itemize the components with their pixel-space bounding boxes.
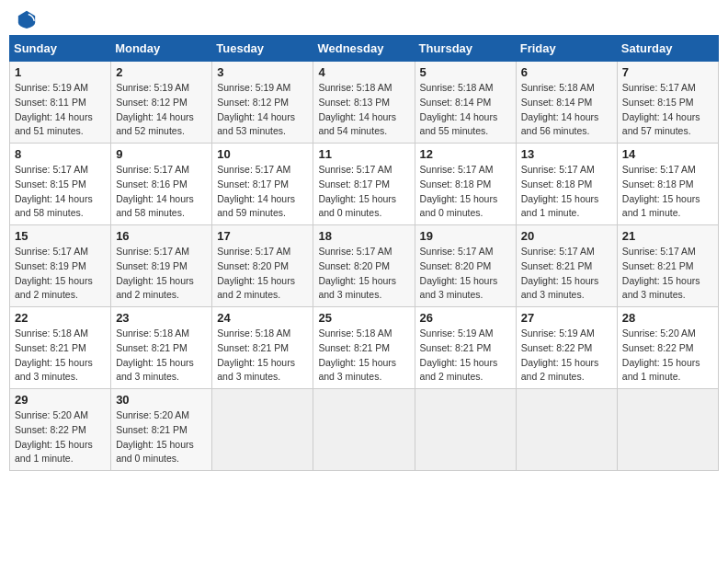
day-number: 27 xyxy=(521,311,612,325)
day-info: Sunrise: 5:18 AMSunset: 8:13 PMDaylight:… xyxy=(318,81,409,139)
calendar-cell: 25Sunrise: 5:18 AMSunset: 8:21 PMDayligh… xyxy=(313,307,415,389)
calendar-cell: 30Sunrise: 5:20 AMSunset: 8:21 PMDayligh… xyxy=(111,389,212,471)
weekday-header-friday: Friday xyxy=(516,36,617,62)
day-info: Sunrise: 5:18 AMSunset: 8:21 PMDaylight:… xyxy=(15,327,106,385)
day-info: Sunrise: 5:18 AMSunset: 8:14 PMDaylight:… xyxy=(420,81,511,139)
day-number: 15 xyxy=(15,229,106,243)
weekday-header-tuesday: Tuesday xyxy=(212,36,313,62)
calendar-cell: 10Sunrise: 5:17 AMSunset: 8:17 PMDayligh… xyxy=(212,144,313,225)
calendar-cell: 13Sunrise: 5:17 AMSunset: 8:18 PMDayligh… xyxy=(516,144,617,225)
day-number: 10 xyxy=(217,147,308,161)
weekday-header-thursday: Thursday xyxy=(415,36,516,62)
week-row-5: 29Sunrise: 5:20 AMSunset: 8:22 PMDayligh… xyxy=(10,389,719,471)
calendar-cell: 21Sunrise: 5:17 AMSunset: 8:21 PMDayligh… xyxy=(617,225,718,307)
day-info: Sunrise: 5:20 AMSunset: 8:21 PMDaylight:… xyxy=(116,408,207,466)
day-info: Sunrise: 5:17 AMSunset: 8:20 PMDaylight:… xyxy=(217,245,308,303)
week-row-2: 8Sunrise: 5:17 AMSunset: 8:15 PMDaylight… xyxy=(10,144,719,225)
weekday-header-row: SundayMondayTuesdayWednesdayThursdayFrid… xyxy=(10,36,719,62)
calendar-cell: 16Sunrise: 5:17 AMSunset: 8:19 PMDayligh… xyxy=(111,225,212,307)
calendar-cell: 5Sunrise: 5:18 AMSunset: 8:14 PMDaylight… xyxy=(415,62,516,144)
day-number: 25 xyxy=(318,311,409,325)
day-info: Sunrise: 5:19 AMSunset: 8:21 PMDaylight:… xyxy=(420,327,511,385)
day-number: 9 xyxy=(116,147,207,161)
calendar-cell: 2Sunrise: 5:19 AMSunset: 8:12 PMDaylight… xyxy=(111,62,212,144)
weekday-header-saturday: Saturday xyxy=(617,36,718,62)
day-info: Sunrise: 5:17 AMSunset: 8:15 PMDaylight:… xyxy=(15,163,106,221)
day-info: Sunrise: 5:17 AMSunset: 8:20 PMDaylight:… xyxy=(318,245,409,303)
day-number: 12 xyxy=(420,147,511,161)
day-info: Sunrise: 5:17 AMSunset: 8:19 PMDaylight:… xyxy=(116,245,207,303)
day-info: Sunrise: 5:17 AMSunset: 8:18 PMDaylight:… xyxy=(521,163,612,221)
calendar-cell xyxy=(212,389,313,471)
calendar-cell: 23Sunrise: 5:18 AMSunset: 8:21 PMDayligh… xyxy=(111,307,212,389)
day-number: 19 xyxy=(420,229,511,243)
calendar-cell: 1Sunrise: 5:19 AMSunset: 8:11 PMDaylight… xyxy=(10,62,111,144)
day-info: Sunrise: 5:18 AMSunset: 8:21 PMDaylight:… xyxy=(318,327,409,385)
calendar-cell: 22Sunrise: 5:18 AMSunset: 8:21 PMDayligh… xyxy=(10,307,111,389)
calendar-cell xyxy=(516,389,617,471)
calendar-cell: 3Sunrise: 5:19 AMSunset: 8:12 PMDaylight… xyxy=(212,62,313,144)
week-row-1: 1Sunrise: 5:19 AMSunset: 8:11 PMDaylight… xyxy=(10,62,719,144)
day-info: Sunrise: 5:18 AMSunset: 8:21 PMDaylight:… xyxy=(217,327,308,385)
calendar-cell: 29Sunrise: 5:20 AMSunset: 8:22 PMDayligh… xyxy=(10,389,111,471)
day-info: Sunrise: 5:19 AMSunset: 8:22 PMDaylight:… xyxy=(521,327,612,385)
day-number: 6 xyxy=(521,65,612,79)
day-info: Sunrise: 5:19 AMSunset: 8:12 PMDaylight:… xyxy=(217,81,308,139)
day-info: Sunrise: 5:18 AMSunset: 8:14 PMDaylight:… xyxy=(521,81,612,139)
day-number: 26 xyxy=(420,311,511,325)
day-number: 8 xyxy=(15,147,106,161)
day-info: Sunrise: 5:20 AMSunset: 8:22 PMDaylight:… xyxy=(622,327,713,385)
day-number: 17 xyxy=(217,229,308,243)
logo-icon xyxy=(17,9,37,29)
day-number: 23 xyxy=(116,311,207,325)
day-info: Sunrise: 5:17 AMSunset: 8:21 PMDaylight:… xyxy=(521,245,612,303)
day-number: 22 xyxy=(15,311,106,325)
calendar-cell: 19Sunrise: 5:17 AMSunset: 8:20 PMDayligh… xyxy=(415,225,516,307)
day-number: 28 xyxy=(622,311,713,325)
calendar-table: SundayMondayTuesdayWednesdayThursdayFrid… xyxy=(9,35,719,471)
day-number: 7 xyxy=(622,65,713,79)
calendar-cell xyxy=(617,389,718,471)
day-number: 20 xyxy=(521,229,612,243)
day-info: Sunrise: 5:17 AMSunset: 8:18 PMDaylight:… xyxy=(622,163,713,221)
calendar-cell: 15Sunrise: 5:17 AMSunset: 8:19 PMDayligh… xyxy=(10,225,111,307)
day-number: 5 xyxy=(420,65,511,79)
calendar-cell xyxy=(415,389,516,471)
day-number: 29 xyxy=(15,393,106,407)
calendar-cell: 17Sunrise: 5:17 AMSunset: 8:20 PMDayligh… xyxy=(212,225,313,307)
day-info: Sunrise: 5:17 AMSunset: 8:18 PMDaylight:… xyxy=(420,163,511,221)
calendar-cell: 27Sunrise: 5:19 AMSunset: 8:22 PMDayligh… xyxy=(516,307,617,389)
calendar-cell: 18Sunrise: 5:17 AMSunset: 8:20 PMDayligh… xyxy=(313,225,415,307)
day-number: 14 xyxy=(622,147,713,161)
day-number: 11 xyxy=(318,147,409,161)
calendar-cell: 8Sunrise: 5:17 AMSunset: 8:15 PMDaylight… xyxy=(10,144,111,225)
calendar-cell: 4Sunrise: 5:18 AMSunset: 8:13 PMDaylight… xyxy=(313,62,415,144)
calendar-cell: 11Sunrise: 5:17 AMSunset: 8:17 PMDayligh… xyxy=(313,144,415,225)
day-info: Sunrise: 5:17 AMSunset: 8:16 PMDaylight:… xyxy=(116,163,207,221)
calendar-cell xyxy=(313,389,415,471)
calendar-cell: 12Sunrise: 5:17 AMSunset: 8:18 PMDayligh… xyxy=(415,144,516,225)
calendar-cell: 14Sunrise: 5:17 AMSunset: 8:18 PMDayligh… xyxy=(617,144,718,225)
week-row-3: 15Sunrise: 5:17 AMSunset: 8:19 PMDayligh… xyxy=(10,225,719,307)
weekday-header-sunday: Sunday xyxy=(10,36,111,62)
day-info: Sunrise: 5:20 AMSunset: 8:22 PMDaylight:… xyxy=(15,408,106,466)
day-info: Sunrise: 5:17 AMSunset: 8:17 PMDaylight:… xyxy=(217,163,308,221)
day-info: Sunrise: 5:19 AMSunset: 8:12 PMDaylight:… xyxy=(116,81,207,139)
day-number: 2 xyxy=(116,65,207,79)
day-number: 18 xyxy=(318,229,409,243)
day-number: 24 xyxy=(217,311,308,325)
calendar-cell: 9Sunrise: 5:17 AMSunset: 8:16 PMDaylight… xyxy=(111,144,212,225)
day-info: Sunrise: 5:17 AMSunset: 8:17 PMDaylight:… xyxy=(318,163,409,221)
calendar-cell: 6Sunrise: 5:18 AMSunset: 8:14 PMDaylight… xyxy=(516,62,617,144)
day-number: 3 xyxy=(217,65,308,79)
day-number: 16 xyxy=(116,229,207,243)
header xyxy=(9,9,719,28)
week-row-4: 22Sunrise: 5:18 AMSunset: 8:21 PMDayligh… xyxy=(10,307,719,389)
weekday-header-monday: Monday xyxy=(111,36,212,62)
day-info: Sunrise: 5:17 AMSunset: 8:15 PMDaylight:… xyxy=(622,81,713,139)
calendar-cell: 28Sunrise: 5:20 AMSunset: 8:22 PMDayligh… xyxy=(617,307,718,389)
calendar-cell: 24Sunrise: 5:18 AMSunset: 8:21 PMDayligh… xyxy=(212,307,313,389)
day-info: Sunrise: 5:17 AMSunset: 8:21 PMDaylight:… xyxy=(622,245,713,303)
day-info: Sunrise: 5:18 AMSunset: 8:21 PMDaylight:… xyxy=(116,327,207,385)
day-info: Sunrise: 5:17 AMSunset: 8:19 PMDaylight:… xyxy=(15,245,106,303)
